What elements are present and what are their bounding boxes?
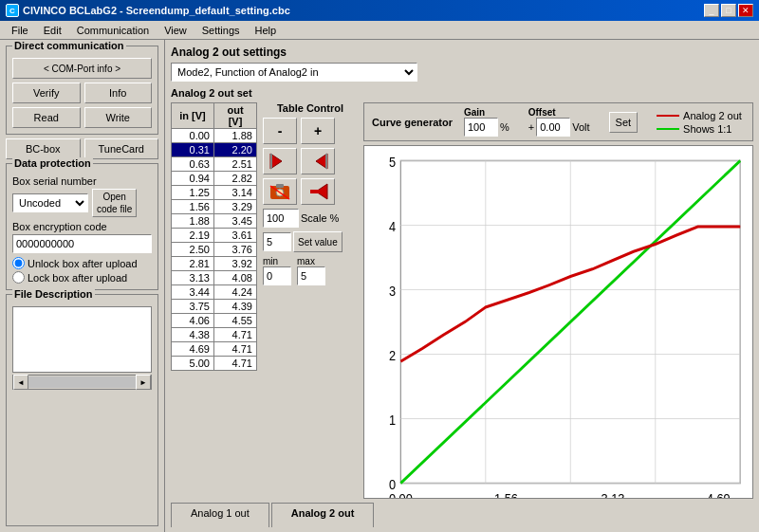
offset-input[interactable]: [536, 118, 570, 137]
minimize-button[interactable]: _: [704, 4, 719, 17]
table-row[interactable]: 1.563.29: [172, 200, 257, 214]
menu-communication[interactable]: Communication: [69, 23, 157, 38]
curve-set-button[interactable]: Set: [609, 112, 639, 133]
table-row[interactable]: 3.754.39: [172, 300, 257, 314]
write-button[interactable]: Write: [84, 107, 153, 128]
table-row[interactable]: 0.312.20: [172, 143, 257, 157]
svg-text:4: 4: [389, 217, 396, 233]
set-value-input[interactable]: [263, 232, 291, 251]
svg-text:5: 5: [389, 153, 396, 169]
menu-view[interactable]: View: [157, 23, 194, 38]
svg-rect-9: [310, 190, 320, 193]
lock-radio-label[interactable]: Lock box after upload: [12, 271, 152, 284]
legend-analog2-out: Analog 2 out: [657, 110, 742, 121]
curve-gen-box: Curve generator Gain % Offset: [363, 102, 753, 141]
right-panel: Analog 2 out settings Mode2, Function of…: [165, 40, 759, 532]
file-description-title: File Description: [12, 288, 95, 300]
legend-shows11-label: Shows 1:1: [683, 123, 731, 135]
table-row[interactable]: 0.632.51: [172, 157, 257, 172]
file-description-textarea[interactable]: [12, 306, 152, 373]
table-row[interactable]: 4.694.71: [172, 342, 257, 357]
camera-icon: [268, 182, 291, 201]
tunecard-button[interactable]: TuneCard: [84, 138, 159, 159]
arrow-right-button[interactable]: [301, 178, 335, 205]
tab-analog2-out[interactable]: Analog 2 out: [271, 503, 375, 527]
file-description-group: File Description ◄ ►: [6, 294, 158, 526]
max-input[interactable]: [297, 266, 325, 285]
direct-comm-title: Direct communication: [12, 40, 126, 51]
minus-button[interactable]: -: [263, 118, 297, 144]
scroll-right-arrow[interactable]: ►: [136, 375, 151, 390]
table-row[interactable]: 3.134.08: [172, 271, 257, 285]
maximize-button[interactable]: □: [721, 4, 736, 17]
verify-button[interactable]: Verify: [12, 83, 81, 103]
menu-settings[interactable]: Settings: [194, 23, 248, 38]
svg-text:3.13: 3.13: [602, 490, 625, 498]
title-bar: C CIVINCO BCLabG2 - Screendump_default_s…: [0, 0, 759, 21]
serial-dropdown[interactable]: Uncoded: [12, 193, 88, 212]
plus-button[interactable]: +: [301, 118, 335, 144]
unlock-radio[interactable]: [12, 257, 25, 269]
plus-sign: +: [528, 121, 534, 133]
com-port-info-button[interactable]: < COM-Port info >: [12, 58, 152, 79]
unlock-radio-label[interactable]: Unlock box after upload: [12, 257, 152, 269]
svg-text:3: 3: [389, 283, 396, 299]
read-button[interactable]: Read: [12, 107, 81, 128]
table-control-title: Table Control: [263, 102, 358, 114]
table-row[interactable]: 2.503.76: [172, 243, 257, 257]
curve-gen-title: Curve generator: [372, 117, 453, 128]
gain-input[interactable]: [464, 118, 498, 137]
gain-unit: %: [500, 121, 509, 133]
encryption-input[interactable]: 0000000000: [12, 234, 152, 253]
table-row[interactable]: 0.001.88: [172, 129, 257, 143]
table-row[interactable]: 2.813.92: [172, 257, 257, 271]
flag-right-icon: [306, 152, 329, 171]
section-tabs: Analog 1 out Analog 2 out: [171, 503, 753, 527]
legend-shows11-line: [657, 128, 679, 130]
table-row[interactable]: 3.444.24: [172, 285, 257, 300]
table-row[interactable]: 4.384.71: [172, 328, 257, 342]
gain-label: Gain: [464, 107, 509, 118]
svg-text:2: 2: [389, 347, 396, 363]
lock-label: Lock box after upload: [28, 272, 127, 284]
table-row[interactable]: 0.942.82: [172, 172, 257, 186]
scroll-left-arrow[interactable]: ◄: [13, 375, 28, 390]
table-row[interactable]: 4.064.55: [172, 314, 257, 328]
lock-radio[interactable]: [12, 271, 25, 284]
tab-analog1-out[interactable]: Analog 1 out: [171, 503, 269, 527]
arrow-right-icon: [306, 182, 329, 201]
table-section: in [V] out [V] 0.001.880.312.200.632.510…: [171, 102, 257, 499]
svg-rect-5: [276, 184, 284, 188]
info-button[interactable]: Info: [84, 83, 153, 103]
window-controls: _ □ ✕: [704, 4, 753, 17]
scale-input[interactable]: [263, 209, 299, 228]
open-code-file-button[interactable]: Opencode file: [92, 189, 137, 217]
offset-unit: Volt: [572, 121, 589, 133]
col-header-in: in [V]: [172, 103, 214, 129]
box-serial-label: Box serial number: [12, 175, 152, 187]
table-row[interactable]: 2.193.61: [172, 229, 257, 243]
flag-right-button[interactable]: [301, 148, 335, 174]
close-button[interactable]: ✕: [738, 4, 753, 17]
menu-edit[interactable]: Edit: [36, 23, 69, 38]
bcbox-button[interactable]: BC-box: [6, 138, 81, 159]
window-title: CIVINCO BCLabG2 - Screendump_default_set…: [23, 5, 290, 16]
menu-file[interactable]: File: [4, 23, 36, 38]
legend-analog2-label: Analog 2 out: [683, 110, 742, 121]
table-row[interactable]: 1.883.45: [172, 214, 257, 229]
svg-text:1.56: 1.56: [494, 490, 518, 498]
content-area: in [V] out [V] 0.001.880.312.200.632.510…: [171, 102, 753, 499]
flag-left-button[interactable]: [263, 148, 297, 174]
svg-text:0.00: 0.00: [389, 490, 413, 498]
mode-dropdown[interactable]: Mode2, Function of Analog2 in: [171, 63, 417, 82]
min-input[interactable]: [263, 266, 291, 285]
chart-area: 5 4 3 2 1 0 0.00 1.56 3.13 4.69: [363, 145, 753, 499]
set-value-button[interactable]: Set value: [293, 231, 342, 252]
table-row[interactable]: 1.253.14: [172, 186, 257, 200]
direct-comm-group: Direct communication < COM-Port info > V…: [6, 46, 158, 135]
table-row[interactable]: 5.004.71: [172, 357, 257, 371]
col-header-out: out [V]: [214, 103, 257, 129]
min-label: min: [263, 256, 291, 266]
camera-button[interactable]: [263, 178, 297, 205]
menu-help[interactable]: Help: [248, 23, 285, 38]
